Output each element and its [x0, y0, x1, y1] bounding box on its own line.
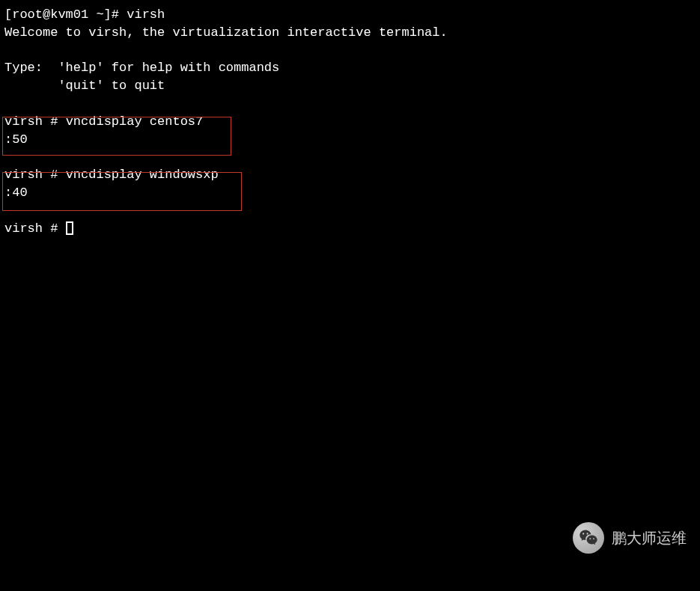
watermark-text: 鹏大师运维 [612, 527, 687, 548]
virsh-out1: :50 [4, 131, 696, 149]
help-line-2: 'quit' to quit [4, 77, 696, 95]
shell-command: virsh [127, 7, 165, 22]
shell-prompt: [root@kvm01 ~]# [4, 7, 127, 22]
shell-prompt-line: [root@kvm01 ~]# virsh [4, 6, 696, 24]
virsh-cmd1-line: virsh # vncdisplay centos7 [4, 113, 696, 131]
watermark: 鹏大师运维 [573, 522, 687, 554]
virsh-prompt: virsh # [4, 168, 66, 182]
blank-line [4, 202, 696, 220]
virsh-prompt: virsh # [4, 221, 66, 236]
cursor-icon [66, 221, 73, 235]
virsh-prompt: virsh # [4, 114, 66, 129]
blank-line [4, 42, 696, 60]
virsh-cmd2-line: virsh # vncdisplay windowsxp [4, 166, 696, 184]
virsh-prompt-idle[interactable]: virsh # [4, 220, 696, 238]
welcome-line: Welcome to virsh, the virtualization int… [4, 24, 696, 42]
virsh-cmd1: vncdisplay centos7 [66, 114, 204, 129]
help-line-1: Type: 'help' for help with commands [4, 59, 696, 77]
blank-line [4, 95, 696, 113]
virsh-cmd2: vncdisplay windowsxp [66, 168, 219, 182]
virsh-out2: :40 [4, 184, 696, 202]
wechat-icon [573, 522, 604, 554]
blank-line [4, 148, 696, 166]
